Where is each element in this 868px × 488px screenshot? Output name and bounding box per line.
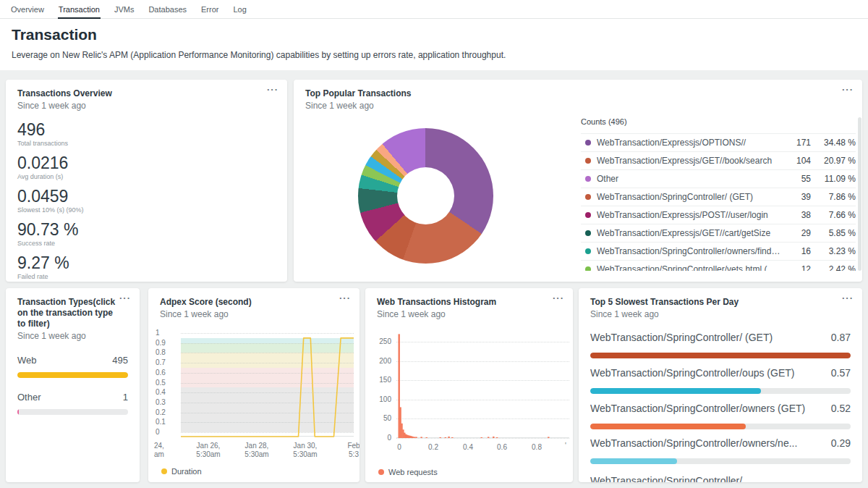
stat-total-transactions: 496 Total transactions xyxy=(17,120,287,147)
donut-legend: Counts (496) WebTransaction/Expressjs/OP… xyxy=(581,117,856,271)
web-requests-series-dot xyxy=(378,469,384,475)
series-color-dot xyxy=(585,176,591,182)
card-title: Top Popular Transactions xyxy=(305,88,851,99)
page-title: Transaction xyxy=(12,26,868,43)
ellipsis-menu-icon[interactable]: ··· xyxy=(553,293,564,303)
card-title: Top 5 Slowest Transactions Per Day xyxy=(590,297,851,308)
card-subtitle: Since 1 week ago xyxy=(17,101,276,111)
type-row-web[interactable]: Web 495 xyxy=(17,355,128,378)
transaction-name: Other xyxy=(597,174,786,184)
transaction-name: WebTransaction/Expressjs/POST//user/logi… xyxy=(597,210,786,220)
slow-transaction-row[interactable]: WebTransaction/SpringController/ (GET) 0… xyxy=(590,332,851,358)
stat-label: Slowest 10% (s) (90%) xyxy=(17,206,287,214)
legend-row[interactable]: Other 55 11.09 % xyxy=(581,169,856,188)
type-label: Other xyxy=(17,392,41,403)
top-5-slowest-card: Top 5 Slowest Transactions Per Day Since… xyxy=(579,288,862,482)
transaction-count: 12 xyxy=(786,264,811,271)
stat-success-rate: 90.73 % Success rate xyxy=(17,220,287,247)
stat-label: Total transactions xyxy=(17,140,287,147)
ellipsis-menu-icon[interactable]: ··· xyxy=(842,293,854,303)
duration-bar-track xyxy=(590,388,851,394)
transaction-name: WebTransaction/SpringController/... xyxy=(590,475,758,482)
transaction-name: WebTransaction/Expressjs/OPTIONS// xyxy=(597,138,786,148)
legend-row[interactable]: WebTransaction/SpringController/vets.htm… xyxy=(581,260,856,271)
duration-bar-track xyxy=(590,458,851,464)
legend-row[interactable]: WebTransaction/SpringController/owners/f… xyxy=(581,242,856,260)
card-subtitle: Since 1 week ago xyxy=(590,309,851,319)
duration-bar-fill xyxy=(590,424,746,429)
card-subtitle: Since 1 week ago xyxy=(160,309,348,319)
transaction-pct: 20.97 % xyxy=(811,156,856,166)
slow-transaction-row[interactable]: WebTransaction/SpringController/owners/n… xyxy=(590,437,851,464)
transaction-name: WebTransaction/SpringController/owners (… xyxy=(590,403,812,414)
page-header: Overview Transaction JVMs Databases Erro… xyxy=(0,0,868,70)
legend-row[interactable]: WebTransaction/SpringController/ (GET) 3… xyxy=(581,188,856,206)
type-row-other[interactable]: Other 1 xyxy=(17,392,128,415)
tab-bar: Overview Transaction JVMs Databases Erro… xyxy=(0,0,868,19)
type-label: Web xyxy=(17,355,37,366)
duration-bar-fill xyxy=(590,388,761,394)
stat-value: 90.73 % xyxy=(17,220,287,239)
transaction-pct: 11.09 % xyxy=(811,174,856,184)
slow-transaction-row[interactable]: WebTransaction/SpringController/... xyxy=(590,475,851,482)
transaction-name: WebTransaction/SpringController/ (GET) xyxy=(597,192,786,202)
tab-overview[interactable]: Overview xyxy=(10,4,45,18)
transaction-name: WebTransaction/SpringController/oups (GE… xyxy=(590,367,801,379)
tab-error[interactable]: Error xyxy=(200,4,219,18)
stat-value: 0.0216 xyxy=(17,153,287,172)
series-color-dot xyxy=(585,248,591,254)
type-value: 1 xyxy=(123,392,128,403)
transaction-duration: 0.57 xyxy=(831,367,851,379)
tab-transaction[interactable]: Transaction xyxy=(58,4,101,19)
stat-value: 0.0459 xyxy=(17,187,287,206)
legend-row[interactable]: WebTransaction/Expressjs/GET//cart/getSi… xyxy=(581,224,856,242)
legend-row[interactable]: WebTransaction/Expressjs/GET//book/searc… xyxy=(581,151,856,169)
transaction-count: 39 xyxy=(786,192,811,202)
transaction-pct: 2.42 % xyxy=(811,264,856,271)
type-bar-fill xyxy=(17,372,128,378)
card-subtitle: Since 1 week ago xyxy=(17,331,118,341)
transaction-pct: 3.23 % xyxy=(811,246,856,256)
transaction-name: WebTransaction/Expressjs/GET//book/searc… xyxy=(597,156,786,166)
series-color-dot xyxy=(585,266,591,271)
series-color-dot xyxy=(585,230,591,236)
card-title: Transaction Types(click on the transacti… xyxy=(17,297,118,329)
transaction-count: 171 xyxy=(786,138,811,148)
legend-label: Duration xyxy=(171,467,202,476)
ellipsis-menu-icon[interactable]: ··· xyxy=(339,293,351,303)
transaction-pct: 5.85 % xyxy=(811,228,856,238)
tab-databases[interactable]: Databases xyxy=(148,4,187,18)
tab-log[interactable]: Log xyxy=(232,4,247,18)
ellipsis-menu-icon[interactable]: ··· xyxy=(267,84,278,95)
stat-failed-rate: 9.27 % Failed rate xyxy=(17,253,287,280)
ellipsis-menu-icon[interactable]: ··· xyxy=(119,293,131,303)
histogram-chart[interactable] xyxy=(396,333,569,438)
card-title: Adpex Score (second) xyxy=(160,297,348,308)
transaction-count: 38 xyxy=(786,210,811,220)
legend-title: Counts (496) xyxy=(581,117,856,133)
stats-list: 496 Total transactions 0.0216 Avg durati… xyxy=(17,120,287,280)
transaction-pct: 7.66 % xyxy=(811,210,856,220)
transaction-count: 104 xyxy=(786,156,811,166)
transaction-duration: 0.52 xyxy=(831,403,851,414)
transaction-pct: 34.48 % xyxy=(811,138,856,148)
page-subtitle: Leverage on New Relic's APM (Application… xyxy=(12,50,868,60)
stat-label: Success rate xyxy=(17,240,287,247)
legend-scrollbar[interactable] xyxy=(858,117,861,271)
type-bar-track xyxy=(17,409,128,415)
card-subtitle: Since 1 week ago xyxy=(305,101,851,111)
tab-jvms[interactable]: JVMs xyxy=(114,4,135,18)
series-color-dot xyxy=(585,158,591,164)
stat-value: 496 xyxy=(17,120,287,139)
slow-transaction-row[interactable]: WebTransaction/SpringController/oups (GE… xyxy=(590,367,851,394)
ellipsis-menu-icon[interactable]: ··· xyxy=(842,84,854,95)
slow-transaction-row[interactable]: WebTransaction/SpringController/owners (… xyxy=(590,403,851,429)
transaction-count: 16 xyxy=(786,246,811,256)
legend-row[interactable]: WebTransaction/Expressjs/POST//user/logi… xyxy=(581,206,856,224)
adpex-line-chart[interactable] xyxy=(181,333,354,437)
legend-row[interactable]: WebTransaction/Expressjs/OPTIONS// 171 3… xyxy=(581,133,856,151)
type-bar-fill xyxy=(17,409,19,415)
transaction-name: WebTransaction/SpringController/vets.htm… xyxy=(597,264,786,271)
stat-avg-duration: 0.0216 Avg duration (s) xyxy=(17,153,287,180)
donut-chart[interactable] xyxy=(358,128,493,264)
